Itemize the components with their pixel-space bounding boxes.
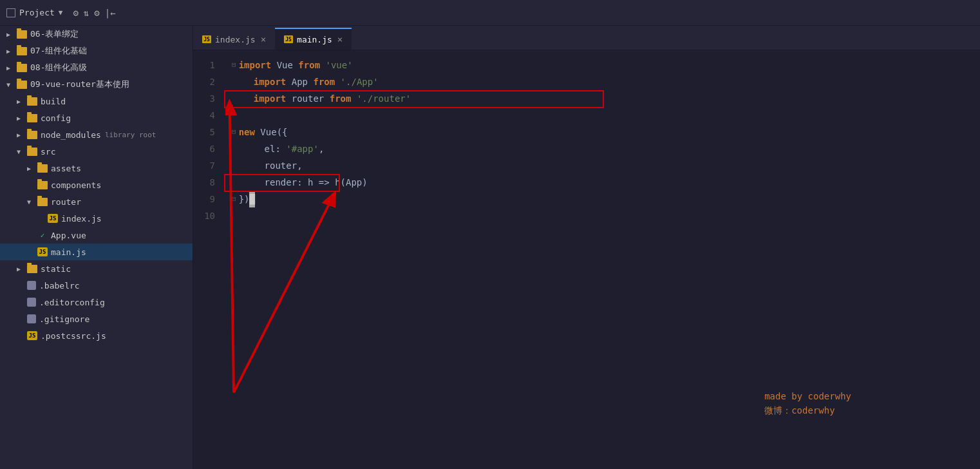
token-kw: import	[254, 90, 287, 107]
sidebar-item-label: 06-表单绑定	[30, 28, 79, 40]
token-kw: from	[298, 57, 320, 73]
token-sp: el:	[232, 140, 286, 157]
sidebar-item-folder-router[interactable]: ▼router	[0, 193, 193, 210]
folder-icon	[17, 64, 27, 72]
sidebar-item-file-router-index[interactable]: JSindex.js	[0, 210, 193, 227]
line-number-3: 3	[193, 90, 215, 107]
token-str: './App'	[341, 73, 379, 90]
sidebar-item-label: router	[51, 197, 81, 207]
token-sp	[351, 90, 356, 107]
code-line-8: render: h => h(App)	[232, 174, 980, 191]
js-file-icon: JS	[48, 214, 58, 223]
title-bar: Project ▼ ⚙ ⇅ ⚙ |←	[0, 0, 980, 26]
sidebar-item-label: App.vue	[51, 231, 86, 240]
folder-arrow: ▼	[27, 198, 37, 206]
code-content: ⊟import Vue from 'vue' import App from '…	[225, 57, 980, 463]
sidebar-item-label: main.js	[51, 247, 86, 257]
title-bar-icon	[6, 8, 15, 17]
sidebar-item-file-babelrc[interactable]: .babelrc	[0, 277, 193, 294]
project-label[interactable]: Project	[19, 8, 55, 17]
line-numbers: 12345678910	[193, 57, 225, 463]
code-line-4	[232, 107, 980, 124]
sidebar-item-file-main-js[interactable]: JSmain.js	[0, 244, 193, 260]
title-bar-left: Project ▼ ⚙ ⇅ ⚙ |←	[6, 8, 116, 18]
sidebar-item-file-postcssrc[interactable]: JS.postcssrc.js	[0, 327, 193, 344]
sidebar-item-folder-09[interactable]: ▼09-vue-router基本使用	[0, 76, 193, 93]
sidebar-item-folder-src[interactable]: ▼src	[0, 143, 193, 160]
code-line-1: ⊟import Vue from 'vue'	[232, 57, 980, 73]
sidebar-item-folder-build[interactable]: ▶build	[0, 93, 193, 110]
sidebar-item-file-app-vue[interactable]: ✓App.vue	[0, 227, 193, 244]
sidebar-item-label: src	[41, 147, 55, 157]
token-kw: from	[330, 90, 352, 107]
sidebar-item-label: build	[41, 97, 66, 106]
title-bar-actions: ⚙ ⇅ ⚙ |←	[73, 8, 115, 18]
config-file-icon	[27, 314, 36, 323]
tab-tab-index[interactable]: JSindex.js×	[193, 28, 275, 50]
main-layout: ▶06-表单绑定▶07-组件化基础▶08-组件化高级▼09-vue-router…	[0, 26, 980, 469]
sidebar-item-label: static	[41, 264, 71, 274]
token-sp	[335, 73, 340, 90]
folder-icon	[27, 97, 37, 106]
sidebar-item-file-editorconfig[interactable]: .editorconfig	[0, 294, 193, 311]
token-sp: Vue({	[255, 124, 288, 140]
library-badge: library root	[105, 131, 156, 139]
sidebar-item-folder-06[interactable]: ▶06-表单绑定	[0, 26, 193, 43]
line-number-8: 8	[193, 174, 215, 191]
sidebar-item-folder-assets[interactable]: ▶assets	[0, 160, 193, 177]
sidebar-item-file-gitignore[interactable]: .gitignore	[0, 311, 193, 327]
token-sp	[320, 57, 325, 73]
folder-arrow: ▶	[6, 48, 17, 55]
folder-icon	[37, 181, 48, 189]
config-file-icon	[27, 281, 36, 290]
pin-icon[interactable]: ⇅	[84, 8, 89, 18]
token-fold: ⊟	[232, 57, 236, 73]
settings-icon[interactable]: ⚙	[73, 8, 78, 18]
token-sp: router,	[232, 157, 303, 174]
token-sp: ,	[319, 140, 324, 157]
code-line-3: import router from './router'	[232, 90, 980, 107]
token-str: 'vue'	[326, 57, 353, 73]
gear-icon[interactable]: ⚙	[94, 8, 99, 18]
sidebar-item-folder-config[interactable]: ▶config	[0, 110, 193, 126]
sidebar-item-label: 09-vue-router基本使用	[30, 79, 129, 90]
sidebar-item-label: 08-组件化高级	[30, 62, 87, 73]
line-number-6: 6	[193, 140, 215, 157]
expand-icon[interactable]: |←	[105, 8, 116, 18]
vue-file-icon: ✓	[37, 231, 48, 240]
sidebar-item-folder-07[interactable]: ▶07-组件化基础	[0, 43, 193, 59]
token-kw: new	[239, 124, 255, 140]
token-sp	[232, 90, 254, 107]
sidebar-item-label: assets	[51, 164, 81, 173]
sidebar-item-label: .gitignore	[39, 314, 90, 324]
token-sp: Vue	[271, 57, 298, 73]
tab-js-icon: JS	[202, 35, 211, 43]
folder-icon	[27, 265, 37, 273]
folder-icon	[17, 30, 27, 39]
token-fold: ⊟	[232, 124, 236, 140]
folder-arrow: ▶	[17, 131, 27, 139]
tab-close-button[interactable]: ×	[261, 34, 266, 44]
folder-icon	[17, 81, 27, 89]
sidebar-item-folder-08[interactable]: ▶08-组件化高级	[0, 59, 193, 76]
tab-close-button[interactable]: ×	[337, 34, 343, 44]
editor-area: JSindex.js×JSmain.js× 12345678910 ⊟impor…	[193, 26, 980, 469]
token-sp: router	[286, 90, 329, 107]
folder-arrow: ▼	[6, 81, 17, 88]
config-file-icon	[27, 298, 36, 307]
token-kw: import	[239, 57, 272, 73]
sidebar-item-folder-static[interactable]: ▶static	[0, 260, 193, 277]
folder-icon	[37, 198, 48, 206]
folder-arrow: ▶	[17, 115, 27, 122]
folder-arrow: ▼	[17, 148, 27, 155]
tab-tab-main[interactable]: JSmain.js×	[275, 28, 352, 50]
token-str: '#app'	[286, 140, 319, 157]
line-number-9: 9	[193, 191, 215, 207]
js-file-icon: JS	[27, 331, 37, 340]
folder-arrow: ▶	[17, 98, 27, 105]
project-dropdown-icon[interactable]: ▼	[59, 8, 63, 17]
sidebar-item-folder-components[interactable]: components	[0, 177, 193, 193]
tab-js-icon: JS	[284, 35, 293, 43]
watermark: made by coderwhy 微博：coderwhy	[764, 389, 851, 417]
sidebar-item-folder-node_modules[interactable]: ▶node_moduleslibrary root	[0, 126, 193, 143]
